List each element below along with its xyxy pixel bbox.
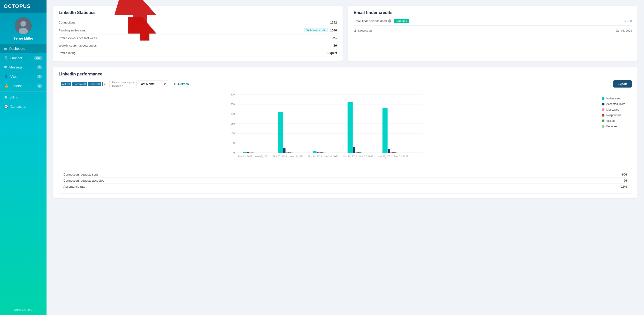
sidebar-item-label: Contact us: [10, 105, 26, 109]
summary-value: 96: [624, 179, 627, 182]
withdraw-bulk-button[interactable]: Withdraw in bulk: [304, 28, 328, 32]
visit-badge: 0: [37, 75, 42, 79]
legend-dot-endorsed: [602, 125, 604, 128]
sidebar: OCTOPUS Serge Miller ⊞ Dashboard ⛓ Conne…: [0, 0, 46, 315]
svg-text:Nov 03, 2022 – Nov 06, 2022: Nov 03, 2022 – Nov 06, 2022: [238, 155, 268, 158]
bar-w0-responded: [251, 152, 252, 153]
stats-summary: Connection requests sent 606 Connection …: [58, 168, 632, 193]
bar-w2-accepted: [317, 152, 319, 153]
nav-divider: [0, 92, 46, 92]
date-dropdown[interactable]: Last Month ∨: [136, 81, 169, 87]
summary-row-rate: Acceptance rate 16%: [64, 184, 627, 189]
stat-label: Pending invites sent: [58, 29, 86, 32]
footer-text: Octopus © 2023: [10, 305, 36, 315]
legend-dot-invites: [602, 97, 604, 100]
sidebar-item-label: Billing: [10, 96, 18, 99]
performance-title: LinkedIn performance: [58, 72, 632, 77]
sidebar-item-label: Endorse: [10, 84, 22, 88]
legend-visited: Visited: [602, 119, 632, 122]
stat-row-middle: Withdraw in bulk 1046: [304, 28, 337, 32]
filter-tag-aqr[interactable]: AQR ×: [61, 82, 72, 86]
bar-w0-messaged: [249, 152, 250, 153]
stat-row-rating: Profile rating Expert: [58, 49, 337, 57]
stat-label: Weekly search appearances: [58, 44, 97, 47]
filter-tags-box[interactable]: AQR × Barclays × Citadel × ∨: [58, 81, 110, 87]
remove-tag-aqr[interactable]: ×: [68, 82, 70, 86]
top-row: LinkedIn Statistics Connections 1242 Pen…: [53, 6, 638, 62]
sidebar-item-visit[interactable]: 👤 Visit 0: [0, 72, 46, 81]
filter-tag-barclays[interactable]: Barclays ×: [72, 82, 87, 86]
legend-label-invites: Invites sent: [606, 97, 620, 100]
stat-value: 1242: [330, 21, 337, 24]
legend-label-endorsed: Endorsed: [606, 125, 618, 128]
remove-tag-barclays[interactable]: ×: [84, 82, 86, 86]
upgrade-button[interactable]: Upgrade: [394, 19, 409, 23]
summary-value: 606: [622, 173, 627, 176]
legend-endorsed: Endorsed: [602, 125, 632, 128]
sidebar-item-message[interactable]: ✉ Message 0: [0, 63, 46, 72]
bar-w1-endorsed: [292, 152, 293, 153]
sidebar-item-dashboard[interactable]: ⊞ Dashboard: [0, 44, 46, 53]
svg-text:50: 50: [232, 142, 235, 144]
bar-w0-invites: [243, 152, 247, 153]
stat-row-search: Weekly search appearances 19: [58, 42, 337, 49]
summary-row-accepted: Connection requests accepted 96: [64, 178, 627, 184]
username: Serge Miller: [13, 36, 33, 40]
svg-text:Nov 14, 2022 – Nov 20, 2022: Nov 14, 2022 – Nov 20, 2022: [308, 155, 338, 158]
remove-tag-citadel[interactable]: ×: [98, 82, 100, 86]
refresh-icon: ↻: [174, 82, 177, 86]
stat-row-pending: Pending invites sent Withdraw in bulk 10…: [58, 26, 337, 35]
stat-label: Connections: [58, 21, 75, 24]
stat-value: 1046: [330, 29, 337, 32]
svg-text:Nov 21, 2022 – Nov 27, 2022: Nov 21, 2022 – Nov 27, 2022: [343, 155, 373, 158]
stat-value: Expert: [328, 51, 337, 55]
mail-icon: ✉: [4, 65, 7, 69]
grid-icon: ⊞: [4, 47, 7, 51]
message-badge: 0: [37, 65, 42, 69]
legend-messaged: Messaged: [602, 108, 632, 111]
stat-value: 0%: [332, 36, 337, 40]
svg-text:150: 150: [230, 122, 235, 125]
summary-row-sent: Connection requests sent 606: [64, 172, 627, 178]
linkedin-stats-card: LinkedIn Statistics Connections 1242 Pen…: [53, 6, 342, 62]
refresh-label: Refresh: [178, 82, 189, 86]
bar-w2-invites: [313, 151, 316, 153]
filter-tag-citadel[interactable]: Citadel ×: [88, 82, 101, 86]
summary-label: Acceptance rate: [64, 185, 85, 188]
bar-w4-invites: [382, 108, 388, 153]
svg-point-1: [20, 21, 26, 27]
summary-label: Connection requests accepted: [64, 179, 104, 182]
sidebar-item-endorse[interactable]: 👍 Endorse 0: [0, 81, 46, 91]
stat-label: Profile rating: [58, 51, 76, 55]
progress-bar-container: [354, 25, 632, 26]
stat-value: 19: [334, 44, 337, 47]
sidebar-item-contact[interactable]: 💬 Contact us: [0, 102, 46, 111]
bar-w4-responded: [392, 152, 394, 153]
svg-text:100: 100: [230, 132, 235, 135]
sidebar-item-billing[interactable]: ⚙ Billing: [0, 93, 46, 102]
svg-text:200: 200: [230, 112, 235, 115]
legend-label-messaged: Messaged: [606, 108, 619, 111]
filter-dropdown-arrow[interactable]: ∨: [104, 82, 106, 86]
bar-w3-endorsed: [361, 152, 362, 153]
export-button[interactable]: Export: [613, 80, 632, 88]
bar-w1-invites: [278, 112, 283, 153]
chart-legend: Invites sent Accepted invite Messaged Re…: [602, 92, 632, 128]
date-dropdown-label: Last Month: [140, 82, 154, 86]
bar-w1-accepted: [283, 148, 286, 153]
refresh-button[interactable]: ↻ Refresh: [172, 81, 191, 88]
bar-w3-visited: [359, 152, 361, 153]
gear-icon: ⚙: [4, 96, 7, 99]
info-icon[interactable]: i: [388, 19, 392, 23]
bar-w1-responded: [288, 152, 289, 153]
endorse-badge: 0: [37, 84, 42, 88]
legend-label-accepted: Accepted invite: [606, 102, 625, 106]
bar-chart: 300 250 200 150 100 50 0: [58, 92, 597, 162]
legend-accepted-invite: Accepted invite: [602, 102, 632, 106]
sidebar-item-label: Message: [9, 65, 22, 69]
sidebar-item-connect[interactable]: ⛓ Connect 761: [0, 53, 46, 63]
endorse-icon: 👍: [4, 84, 8, 88]
legend-dot-visited: [602, 119, 604, 122]
chat-icon: 💬: [4, 105, 8, 109]
bar-w3-invites: [348, 102, 353, 153]
